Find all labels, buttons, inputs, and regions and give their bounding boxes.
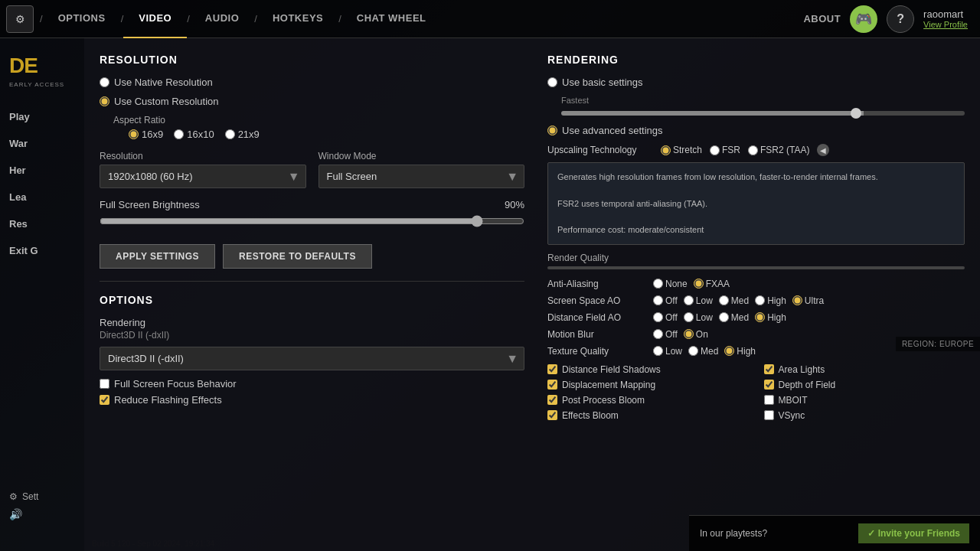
- sidebar-item-war[interactable]: War: [0, 130, 84, 157]
- sidebar-settings-link[interactable]: ⚙ Sett: [9, 491, 75, 502]
- ssao-high-radio[interactable]: [755, 295, 765, 305]
- upscaling-fsr-label[interactable]: FSR: [710, 145, 740, 155]
- aspect-21x9-radio[interactable]: [225, 129, 235, 139]
- tab-audio[interactable]: AUDIO: [190, 0, 254, 38]
- upscaling-fsr2-radio[interactable]: [748, 145, 758, 155]
- displacement-mapping-label[interactable]: Displacement Mapping: [562, 380, 655, 390]
- motion-blur-off-radio[interactable]: [653, 329, 663, 339]
- motion-blur-on-label[interactable]: On: [684, 329, 708, 340]
- area-lights-checkbox[interactable]: [764, 364, 774, 374]
- distance-field-shadows-checkbox[interactable]: [547, 364, 557, 374]
- aspect-16x10-label[interactable]: 16x10: [174, 129, 214, 140]
- displacement-mapping-checkbox[interactable]: [547, 380, 557, 390]
- motion-blur-on-radio[interactable]: [684, 329, 694, 339]
- upscaling-fsr2-label[interactable]: FSR2 (TAA): [748, 145, 809, 155]
- motion-blur-off-label[interactable]: Off: [653, 329, 678, 340]
- dfao-low-radio[interactable]: [684, 312, 694, 322]
- use-native-label[interactable]: Use Native Resolution: [114, 77, 213, 88]
- depth-of-field-checkbox[interactable]: [764, 380, 774, 390]
- texture-high-radio[interactable]: [724, 346, 734, 356]
- aspect-16x9-label[interactable]: 16x9: [129, 129, 163, 140]
- dfao-off-radio[interactable]: [653, 312, 663, 322]
- aa-none-label[interactable]: None: [653, 279, 688, 289]
- sidebar-item-exitg[interactable]: Exit G: [0, 237, 84, 264]
- aa-none-radio[interactable]: [653, 279, 663, 289]
- post-process-bloom-label[interactable]: Post Process Bloom: [562, 395, 645, 406]
- volume-icon[interactable]: 🔊: [9, 508, 75, 520]
- resolution-select[interactable]: 1920x1080 (60 Hz): [100, 165, 306, 188]
- dfao-off-label[interactable]: Off: [653, 312, 678, 323]
- reduce-flashing-label[interactable]: Reduce Flashing Effects: [114, 394, 222, 406]
- vsync-label[interactable]: VSync: [779, 410, 805, 421]
- tab-chatwheel[interactable]: CHAT WHEEL: [341, 0, 442, 38]
- dfao-high-radio[interactable]: [755, 312, 765, 322]
- sidebar-item-lea[interactable]: Lea: [0, 184, 84, 210]
- use-native-radio[interactable]: [100, 77, 109, 87]
- aspect-21x9-label[interactable]: 21x9: [225, 129, 260, 140]
- basic-settings-radio[interactable]: [547, 77, 557, 87]
- tab-video[interactable]: VIDEO: [123, 0, 187, 38]
- texture-low-radio[interactable]: [653, 346, 663, 356]
- upscaling-fsr-radio[interactable]: [710, 145, 720, 155]
- brightness-slider[interactable]: [100, 215, 524, 227]
- upscaling-info-button[interactable]: ◀: [817, 144, 829, 156]
- texture-med-radio[interactable]: [688, 346, 698, 356]
- restore-defaults-button[interactable]: RESTORE TO DEFAULTS: [223, 244, 372, 269]
- effects-bloom-checkbox[interactable]: [547, 410, 557, 420]
- texture-med-label[interactable]: Med: [688, 346, 718, 357]
- use-custom-radio[interactable]: [100, 96, 109, 106]
- texture-low-label[interactable]: Low: [653, 346, 682, 357]
- sidebar-item-res[interactable]: Res: [0, 210, 84, 237]
- ssao-ultra-label[interactable]: Ultra: [792, 295, 824, 306]
- ssao-high-label[interactable]: High: [755, 295, 786, 306]
- texture-high-label[interactable]: High: [724, 346, 756, 357]
- use-custom-label[interactable]: Use Custom Resolution: [114, 96, 219, 107]
- upscaling-stretch-label[interactable]: Stretch: [661, 145, 702, 155]
- aspect-16x9-radio[interactable]: [129, 129, 139, 139]
- ssao-off-radio[interactable]: [653, 295, 663, 305]
- help-button[interactable]: ?: [887, 5, 914, 33]
- aa-fxaa-radio[interactable]: [694, 279, 704, 289]
- left-sidebar: DE EARLY ACCESS Play War Her Lea Res Exi…: [0, 38, 84, 551]
- ssao-off-label[interactable]: Off: [653, 295, 678, 306]
- dfao-high-label[interactable]: High: [755, 312, 786, 323]
- apply-settings-button[interactable]: APPLY SETTINGS: [100, 244, 215, 269]
- rendering-select[interactable]: Direct3D II (-dxII): [100, 347, 524, 370]
- mboit-label[interactable]: MBOIT: [779, 395, 808, 406]
- about-button[interactable]: ABOUT: [803, 13, 841, 24]
- ssao-med-radio[interactable]: [719, 295, 729, 305]
- ssao-med-label[interactable]: Med: [719, 295, 749, 306]
- window-mode-select[interactable]: Full Screen: [318, 165, 525, 188]
- fullscreen-focus-checkbox[interactable]: [100, 379, 109, 389]
- invite-friends-button[interactable]: ✓ Invite your Friends: [858, 523, 969, 543]
- area-lights-label[interactable]: Area Lights: [779, 364, 825, 375]
- dfao-low-label[interactable]: Low: [684, 312, 713, 323]
- settings-icon-btn[interactable]: ⚙: [6, 5, 34, 33]
- fullscreen-focus-label[interactable]: Full Screen Focus Behavior: [114, 378, 237, 390]
- upscaling-stretch-radio[interactable]: [661, 145, 671, 155]
- tab-options[interactable]: OPTIONS: [43, 0, 121, 38]
- sidebar-subtitle: EARLY ACCESS: [0, 81, 84, 88]
- advanced-settings-radio[interactable]: [547, 126, 557, 135]
- advanced-settings-label[interactable]: Use advanced settings: [562, 125, 663, 136]
- depth-of-field-label[interactable]: Depth of Field: [779, 380, 836, 390]
- distance-field-shadows-label[interactable]: Distance Field Shadows: [562, 364, 661, 375]
- vsync-checkbox[interactable]: [764, 410, 774, 420]
- effects-bloom-label[interactable]: Effects Bloom: [562, 410, 619, 421]
- dfao-med-radio[interactable]: [719, 312, 729, 322]
- ssao-low-label[interactable]: Low: [684, 295, 713, 306]
- basic-settings-label[interactable]: Use basic settings: [562, 77, 643, 88]
- reduce-flashing-checkbox[interactable]: [100, 395, 109, 405]
- window-mode-label: Window Mode: [318, 151, 525, 161]
- aspect-16x10-radio[interactable]: [174, 129, 184, 139]
- dfao-med-label[interactable]: Med: [719, 312, 749, 323]
- aa-fxaa-label[interactable]: FXAA: [694, 279, 730, 289]
- sidebar-item-her[interactable]: Her: [0, 157, 84, 184]
- post-process-bloom-checkbox[interactable]: [547, 395, 557, 405]
- sidebar-item-play[interactable]: Play: [0, 103, 84, 130]
- mboit-checkbox[interactable]: [764, 395, 774, 405]
- view-profile-link[interactable]: View Profile: [923, 20, 968, 29]
- ssao-low-radio[interactable]: [684, 295, 694, 305]
- ssao-ultra-radio[interactable]: [792, 295, 802, 305]
- tab-hotkeys[interactable]: HOTKEYS: [257, 0, 338, 38]
